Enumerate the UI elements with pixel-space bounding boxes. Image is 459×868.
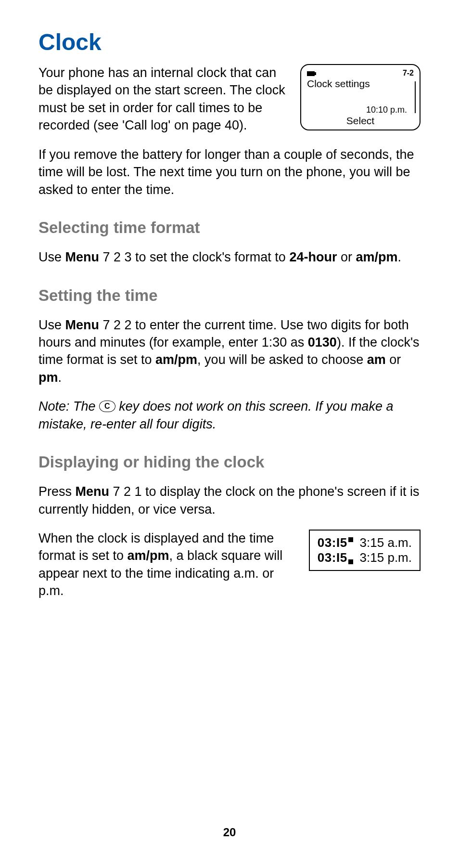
text: Press xyxy=(38,484,76,499)
ampm-word: am/pm xyxy=(128,548,169,563)
text: , you will be asked to choose xyxy=(197,352,367,367)
text: . xyxy=(397,250,401,264)
label: 3:15 a.m. xyxy=(360,535,412,550)
text: or xyxy=(337,250,356,264)
text: Use xyxy=(38,318,65,332)
selecting-format-paragraph: Use Menu 7 2 3 to set the clock's format… xyxy=(38,248,421,266)
screen-menu-number: 7-2 xyxy=(403,69,414,78)
battery-icon xyxy=(307,71,315,76)
ampm-row-am: 03:I5 3:15 a.m. xyxy=(318,535,412,550)
display-hide-paragraph-1: Press Menu 7 2 1 to display the clock on… xyxy=(38,483,421,518)
page-number: 20 xyxy=(0,826,459,839)
0130-word: 0130 xyxy=(308,335,337,350)
24hour-word: 24-hour xyxy=(289,250,337,264)
pm-square-icon xyxy=(348,559,353,564)
heading-selecting-format: Selecting time format xyxy=(38,219,421,237)
ampm-word: am/pm xyxy=(155,352,197,367)
intro-paragraph-2: If you remove the battery for longer tha… xyxy=(38,146,421,198)
menu-word: Menu xyxy=(65,318,100,332)
menu-word: Menu xyxy=(76,484,110,499)
ampm-word: am/pm xyxy=(356,250,397,264)
text: Use xyxy=(38,250,65,264)
am-square-icon xyxy=(348,537,353,542)
am-word: am xyxy=(367,352,386,367)
heading-display-hide: Displaying or hiding the clock xyxy=(38,453,421,471)
setting-time-paragraph: Use Menu 7 2 2 to enter the current time… xyxy=(38,316,421,387)
c-key-icon: C xyxy=(99,401,115,412)
digits: 03:I5 xyxy=(318,550,347,565)
heading-setting-time: Setting the time xyxy=(38,286,421,305)
display-hide-paragraph-2: When the clock is displayed and the time… xyxy=(38,530,297,600)
text: . xyxy=(58,370,62,385)
scroll-indicator xyxy=(415,81,416,113)
note-paragraph: Note: The C key does not work on this sc… xyxy=(38,398,421,433)
screen-title: Clock settings xyxy=(307,78,370,90)
pm-word: pm xyxy=(38,370,58,385)
screen-select-label: Select xyxy=(307,115,414,127)
menu-word: Menu xyxy=(65,250,100,264)
ampm-row-pm: 03:I5 3:15 p.m. xyxy=(318,550,412,565)
screen-time: 10:10 p.m. xyxy=(366,105,407,115)
text: or xyxy=(386,352,401,367)
digits: 03:I5 xyxy=(318,535,347,550)
label: 3:15 p.m. xyxy=(360,550,412,565)
page-title: Clock xyxy=(38,29,421,55)
phone-screen-illustration: Clock settings 7-2 10:10 p.m. Select xyxy=(300,64,421,130)
ampm-indicator-box: 03:I5 3:15 a.m. 03:I5 3:15 p.m. xyxy=(309,530,421,571)
text: 7 2 3 to set the clock's format to xyxy=(99,250,289,264)
text: Note: The xyxy=(38,399,99,414)
intro-paragraph-1: Your phone has an internal clock that ca… xyxy=(38,64,289,134)
